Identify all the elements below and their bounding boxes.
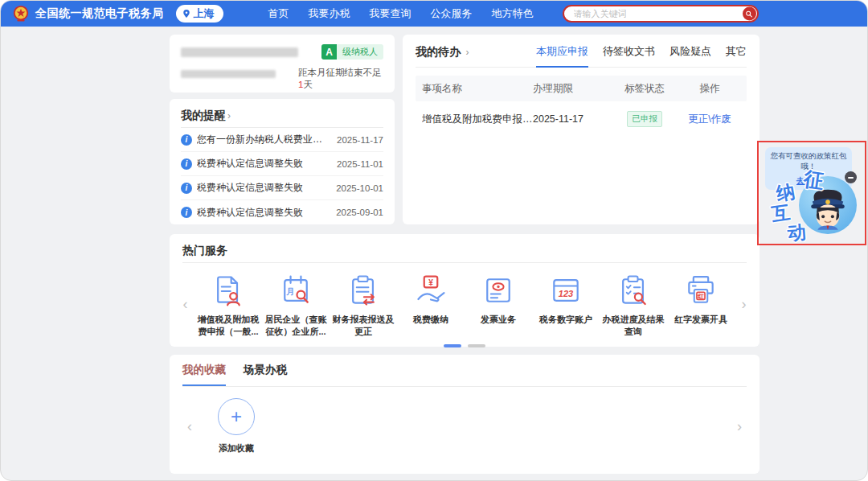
todo-table-header: 事项名称 办理期限 标签状态 操作 bbox=[416, 76, 747, 101]
service-label: 增值税及附加税费申报（一般... bbox=[194, 314, 262, 338]
svg-text:红: 红 bbox=[698, 293, 704, 300]
info-icon: i bbox=[181, 183, 192, 194]
favorites-prev-arrow[interactable]: ‹ bbox=[182, 418, 197, 435]
taxpayer-info-card: A 级纳税人 距本月征期结束不足1天 bbox=[170, 35, 395, 92]
services-next-arrow[interactable]: › bbox=[741, 296, 747, 313]
service-label: 办税进度及结果查询 bbox=[600, 314, 667, 338]
reminder-date: 2025-11-01 bbox=[337, 159, 383, 169]
corporate-income-tax-icon: 月 bbox=[278, 273, 313, 308]
todo-item-action: 更正\作废 bbox=[679, 113, 740, 126]
redacted-taxpayer-id bbox=[181, 70, 276, 78]
nav-local-features[interactable]: 地方特色 bbox=[492, 6, 534, 21]
search-icon bbox=[745, 10, 753, 18]
reminders-title[interactable]: 我的提醒 bbox=[181, 109, 226, 123]
service-red-invoice-issue[interactable]: 红 红字发票开具 bbox=[667, 273, 735, 338]
favorites-card: 我的收藏 场景办税 ‹ + 添加收藏 › bbox=[170, 355, 760, 474]
rating-letter: A bbox=[321, 44, 337, 60]
etax-portal-screen: 全国统一规范电子税务局 上海 首页 我要办税 我要查询 公众服务 地方特色 bbox=[0, 0, 868, 481]
favorites-next-arrow[interactable]: › bbox=[732, 418, 747, 435]
service-tax-digital-account[interactable]: 123 税务数字账户 bbox=[532, 273, 600, 338]
tab-risk-points[interactable]: 风险疑点 bbox=[669, 44, 711, 68]
reminder-text: 您有一份新办纳税人税费业务详解，... bbox=[197, 133, 330, 146]
nav-handle-tax[interactable]: 我要办税 bbox=[309, 6, 350, 21]
hot-services-title: 热门服务 bbox=[182, 244, 227, 258]
svg-text:月: 月 bbox=[286, 287, 295, 296]
info-icon: i bbox=[181, 207, 192, 218]
red-invoice-issue-icon: 红 bbox=[683, 273, 719, 308]
svg-text:¥: ¥ bbox=[428, 278, 433, 287]
nav-query[interactable]: 我要查询 bbox=[370, 6, 411, 21]
todo-more-arrow[interactable]: › bbox=[465, 47, 469, 58]
plus-icon: + bbox=[218, 398, 255, 435]
search-button[interactable] bbox=[743, 7, 756, 21]
tax-interaction-mascot[interactable]: 征 纳 互 动 bbox=[764, 170, 860, 242]
svg-text:123: 123 bbox=[559, 289, 573, 298]
reminder-text: 税费种认定信息调整失败 bbox=[197, 157, 330, 171]
tab-scenario-tax[interactable]: 场景办税 bbox=[244, 363, 287, 386]
pagination-dot[interactable] bbox=[468, 344, 485, 347]
correct-void-link[interactable]: 更正\作废 bbox=[688, 113, 731, 125]
taxpayer-status: A 级纳税人 距本月征期结束不足1天 bbox=[298, 44, 383, 83]
tax-payment-icon: ¥ bbox=[413, 273, 448, 308]
redacted-taxpayer-name bbox=[181, 47, 298, 57]
services-pagination bbox=[182, 344, 747, 347]
todo-item-name: 增值税及附加税费申报（一般纳税人适... bbox=[422, 113, 533, 126]
reminders-more-arrow[interactable]: › bbox=[227, 110, 231, 121]
reminder-item[interactable]: i 税费种认定信息调整失败 2025-11-01 bbox=[181, 152, 383, 176]
pagination-dot-active[interactable] bbox=[444, 344, 461, 347]
col-action: 操作 bbox=[679, 82, 740, 96]
search-bar bbox=[563, 5, 759, 23]
add-favorite-label: 添加收藏 bbox=[219, 442, 254, 454]
status-badge: 已申报 bbox=[627, 111, 662, 127]
reminder-date: 2025-10-01 bbox=[336, 183, 383, 193]
site-title: 全国统一规范电子税务局 bbox=[35, 6, 164, 21]
tab-documents-to-sign[interactable]: 待签收文书 bbox=[603, 44, 655, 68]
location-selector[interactable]: 上海 bbox=[176, 5, 223, 23]
service-tax-progress-query[interactable]: 办税进度及结果查询 bbox=[600, 273, 667, 338]
reminder-text: 税费种认定信息调整失败 bbox=[197, 181, 330, 195]
service-label: 税务数字账户 bbox=[539, 314, 592, 326]
rating-label: 级纳税人 bbox=[337, 44, 383, 60]
reminder-item[interactable]: i 税费种认定信息调整失败 2025-10-01 bbox=[181, 176, 383, 200]
vat-surtax-declaration-icon bbox=[211, 273, 246, 308]
todo-item-deadline: 2025-11-17 bbox=[533, 113, 610, 125]
nav-home[interactable]: 首页 bbox=[268, 6, 289, 21]
deadline-suffix: 天 bbox=[303, 80, 313, 89]
credit-rating-badge[interactable]: A 级纳税人 bbox=[321, 44, 383, 60]
todo-title[interactable]: 我的待办 bbox=[416, 45, 461, 58]
reminder-text: 税费种认定信息调整失败 bbox=[197, 206, 330, 220]
nav-public-service[interactable]: 公众服务 bbox=[431, 6, 473, 21]
service-label: 红字发票开具 bbox=[674, 314, 727, 326]
service-label: 税费缴纳 bbox=[413, 314, 448, 326]
filing-deadline-note: 距本月征期结束不足1天 bbox=[298, 67, 383, 91]
service-invoice-business[interactable]: 发票业务 bbox=[465, 273, 532, 338]
reminders-card: 我的提醒 › i 您有一份新办纳税人税费业务详解，... 2025-11-17 … bbox=[170, 99, 395, 224]
brand: 全国统一规范电子税务局 上海 bbox=[12, 5, 223, 23]
reminder-item[interactable]: i 税费种认定信息调整失败 2025-09-01 bbox=[181, 200, 383, 224]
service-corporate-income-tax[interactable]: 月 居民企业（查账征收）企业所... bbox=[262, 273, 330, 338]
mascot-char-1: 征 bbox=[802, 165, 825, 194]
tab-other[interactable]: 其它 bbox=[726, 44, 747, 68]
financial-report-icon bbox=[346, 273, 381, 308]
todo-table-row: 增值税及附加税费申报（一般纳税人适... 2025-11-17 已申报 更正\作… bbox=[416, 101, 747, 137]
top-navbar: 全国统一规范电子税务局 上海 首页 我要办税 我要查询 公众服务 地方特色 bbox=[1, 1, 867, 27]
services-prev-arrow[interactable]: ‹ bbox=[182, 296, 188, 313]
col-status: 标签状态 bbox=[610, 82, 679, 96]
tab-my-favorites[interactable]: 我的收藏 bbox=[182, 363, 226, 386]
col-item-name: 事项名称 bbox=[422, 82, 533, 96]
tax-digital-account-icon: 123 bbox=[548, 273, 583, 308]
service-vat-surtax-declaration[interactable]: 增值税及附加税费申报（一般... bbox=[194, 273, 262, 338]
tab-current-period-declaration[interactable]: 本期应申报 bbox=[536, 44, 588, 68]
add-favorite-button[interactable]: + 添加收藏 bbox=[218, 398, 255, 454]
favorites-tabs: 我的收藏 场景办税 bbox=[182, 363, 747, 387]
todo-tabs: 本期应申报 待签收文书 风险疑点 其它 bbox=[536, 44, 747, 60]
reminder-item[interactable]: i 您有一份新办纳税人税费业务详解，... 2025-11-17 bbox=[181, 128, 383, 152]
services-list: 增值税及附加税费申报（一般... 月 居民企业（查账征收）企业所... bbox=[188, 271, 741, 338]
search-input[interactable] bbox=[564, 6, 757, 21]
location-name: 上海 bbox=[194, 6, 215, 21]
service-financial-report[interactable]: 财务报表报送及更正 bbox=[330, 273, 397, 338]
todo-item-status: 已申报 bbox=[610, 111, 679, 127]
info-icon: i bbox=[181, 158, 192, 170]
interaction-widget-highlight: 您有可查收的政策红包哦！ 去查看 征 纳 互 动 bbox=[757, 141, 866, 245]
service-tax-payment[interactable]: ¥ 税费缴纳 bbox=[397, 273, 465, 338]
